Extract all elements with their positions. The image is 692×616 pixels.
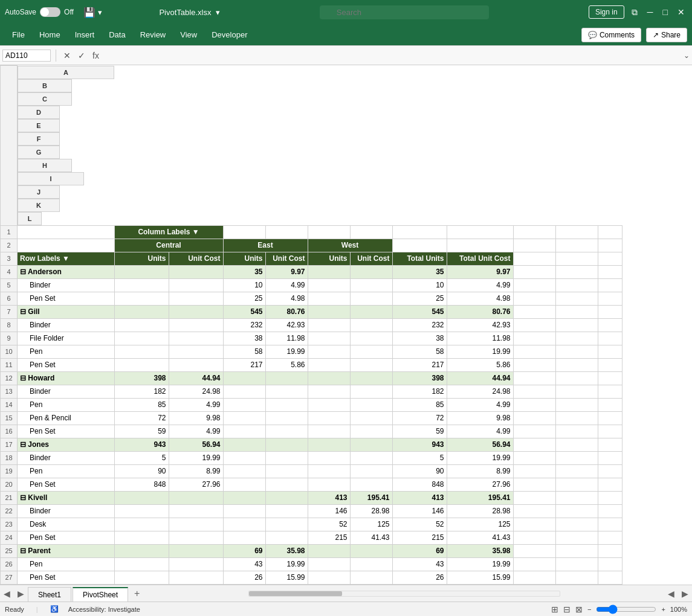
col-header-b[interactable]: B	[18, 79, 72, 92]
cell-l25[interactable]	[598, 544, 622, 557]
cell-g22[interactable]: 28.98	[350, 504, 392, 518]
cell-j27[interactable]	[513, 571, 555, 584]
cell-b26[interactable]	[114, 557, 169, 571]
cell-a26[interactable]: Pen	[18, 557, 115, 571]
cell-d20[interactable]	[223, 478, 265, 491]
confirm-formula-button[interactable]: ✓	[76, 50, 88, 62]
cell-h11[interactable]: 217	[392, 358, 447, 371]
cell-k3[interactable]	[555, 252, 598, 265]
cell-i24[interactable]: 41.43	[447, 531, 513, 544]
cell-a20[interactable]: Pen Set	[18, 478, 115, 491]
col-header-l[interactable]: L	[18, 212, 42, 225]
cell-k26[interactable]	[555, 557, 598, 571]
cell-i17[interactable]: 56.94	[447, 438, 513, 451]
cell-l5[interactable]	[598, 278, 622, 292]
cell-i9[interactable]: 11.98	[447, 332, 513, 345]
cell-k8[interactable]	[555, 318, 598, 332]
cell-f7[interactable]	[308, 305, 350, 318]
cell-h1[interactable]	[392, 225, 447, 239]
cell-k12[interactable]	[555, 371, 598, 385]
cell-b16[interactable]: 59	[114, 425, 169, 438]
tab-data[interactable]: Data	[102, 27, 132, 43]
cell-j13[interactable]	[513, 385, 555, 398]
cell-j26[interactable]	[513, 557, 555, 571]
cell-f9[interactable]	[308, 332, 350, 345]
cell-c9[interactable]	[169, 332, 223, 345]
cell-b7[interactable]	[114, 305, 169, 318]
cell-c18[interactable]: 19.99	[169, 451, 223, 464]
cell-k14[interactable]	[555, 398, 598, 411]
cell-h6[interactable]: 25	[392, 292, 447, 305]
cell-c16[interactable]: 4.99	[169, 425, 223, 438]
cell-g20[interactable]	[350, 478, 392, 491]
cell-d25[interactable]: 69	[223, 544, 265, 557]
cell-l4[interactable]	[598, 265, 622, 278]
horizontal-scrollbar[interactable]	[248, 591, 560, 597]
cell-b11[interactable]	[114, 358, 169, 371]
normal-view-button[interactable]: ⊞	[551, 605, 558, 614]
cell-f10[interactable]	[308, 345, 350, 358]
cell-d7[interactable]: 545	[223, 305, 265, 318]
spreadsheet-grid[interactable]: A B C D E F G H I J K L 1	[0, 65, 692, 585]
cell-l7[interactable]	[598, 305, 622, 318]
cell-i8[interactable]: 42.93	[447, 318, 513, 332]
cell-i21[interactable]: 195.41	[447, 491, 513, 504]
add-sheet-button[interactable]: +	[129, 585, 144, 602]
cell-h19[interactable]: 90	[392, 464, 447, 478]
sheet-tab-pivotsheet[interactable]: PivotSheet	[73, 587, 128, 602]
sheet-nav-right[interactable]: ▶	[14, 585, 28, 602]
cell-l6[interactable]	[598, 292, 622, 305]
cell-j24[interactable]	[513, 531, 555, 544]
cell-i1[interactable]	[447, 225, 513, 239]
cell-b14[interactable]: 85	[114, 398, 169, 411]
cell-h14[interactable]: 85	[392, 398, 447, 411]
cell-j16[interactable]	[513, 425, 555, 438]
cell-l27[interactable]	[598, 571, 622, 584]
col-header-g[interactable]: G	[18, 146, 60, 159]
cell-g17[interactable]	[350, 438, 392, 451]
cell-k20[interactable]	[555, 478, 598, 491]
expand-formula-icon[interactable]: ⌄	[684, 51, 690, 60]
cell-a5[interactable]: Binder	[18, 278, 115, 292]
cell-f15[interactable]	[308, 411, 350, 425]
cell-g27[interactable]	[350, 571, 392, 584]
page-layout-button[interactable]: ⊟	[563, 605, 571, 614]
cell-e3[interactable]: Unit Cost	[265, 252, 308, 265]
cell-c21[interactable]	[169, 491, 223, 504]
cell-j5[interactable]	[513, 278, 555, 292]
cell-g8[interactable]	[350, 318, 392, 332]
cell-g19[interactable]	[350, 464, 392, 478]
cell-f25[interactable]	[308, 544, 350, 557]
cell-c14[interactable]: 4.99	[169, 398, 223, 411]
cell-j9[interactable]	[513, 332, 555, 345]
cell-a23[interactable]: Desk	[18, 518, 115, 531]
cell-e21[interactable]	[265, 491, 308, 504]
cell-e12[interactable]	[265, 371, 308, 385]
cell-e19[interactable]	[265, 464, 308, 478]
cell-b12[interactable]: 398	[114, 371, 169, 385]
cell-b25[interactable]	[114, 544, 169, 557]
cell-b22[interactable]	[114, 504, 169, 518]
cell-i12[interactable]: 44.94	[447, 371, 513, 385]
cell-f11[interactable]	[308, 358, 350, 371]
cell-l10[interactable]	[598, 345, 622, 358]
cell-k4[interactable]	[555, 265, 598, 278]
tab-review[interactable]: Review	[133, 27, 173, 43]
cell-i16[interactable]: 4.99	[447, 425, 513, 438]
cell-k6[interactable]	[555, 292, 598, 305]
restore-window-button[interactable]: ⧉	[629, 6, 640, 19]
cell-e16[interactable]	[265, 425, 308, 438]
cell-e8[interactable]: 42.93	[265, 318, 308, 332]
cell-c19[interactable]: 8.99	[169, 464, 223, 478]
cell-b3[interactable]: Units	[114, 252, 169, 265]
cell-a3[interactable]: Row Labels ▼	[18, 252, 115, 265]
cell-b20[interactable]: 848	[114, 478, 169, 491]
cell-l23[interactable]	[598, 518, 622, 531]
tab-file[interactable]: File	[5, 27, 32, 43]
cell-d9[interactable]: 38	[223, 332, 265, 345]
cell-k5[interactable]	[555, 278, 598, 292]
cell-h15[interactable]: 72	[392, 411, 447, 425]
cell-k21[interactable]	[555, 491, 598, 504]
save-icon[interactable]: 💾	[83, 7, 95, 18]
cell-f18[interactable]	[308, 451, 350, 464]
